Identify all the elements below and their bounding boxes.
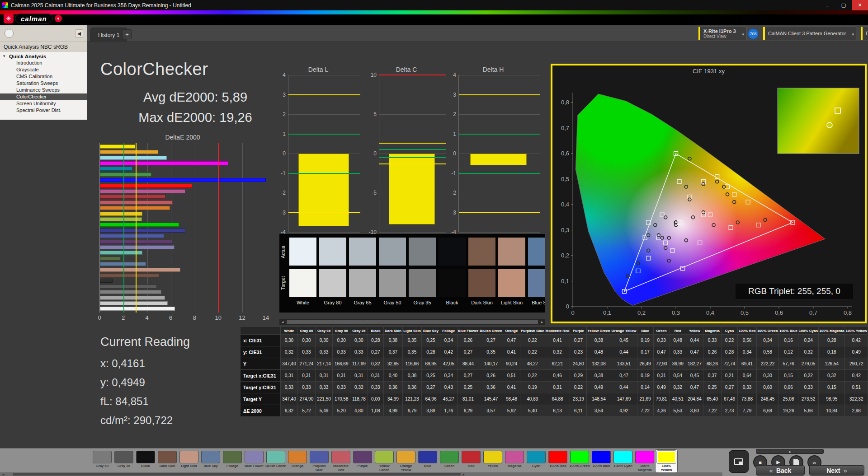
table-cell: 0,28 (819, 335, 845, 346)
scrollbar-thumb[interactable] (13, 473, 461, 476)
meter-dropdown[interactable]: X-Rite i1Pro 3 Direct View ▾ (698, 27, 746, 40)
x-axis-tick-label: 8 (193, 314, 196, 321)
pattern-swatch-yellow[interactable]: Yellow (482, 450, 504, 472)
pattern-swatch-gray-50[interactable]: Gray 50 (91, 450, 113, 472)
target-row-label: Target (280, 269, 288, 297)
pattern-swatch-light-skin[interactable]: Light Skin (178, 450, 200, 472)
table-cell: 90,24 (503, 358, 520, 370)
pattern-swatch-green[interactable]: Green (439, 450, 460, 472)
pattern-swatch-cyan[interactable]: Cyan (525, 450, 547, 472)
svg-text:0,1: 0,1 (561, 278, 569, 285)
sidebar-item-grayscale[interactable]: Grayscale (0, 66, 87, 73)
pattern-swatch-black[interactable]: Black (135, 450, 156, 472)
sidebar-item-colorchecker[interactable]: ColorChecker (0, 93, 87, 100)
pattern-swatch-orange-yellow[interactable]: Orange Yellow (395, 450, 417, 472)
pattern-swatch-purplish-blue[interactable]: Purplish Blue (308, 450, 330, 472)
pattern-generator-name: CalMAN Client 3 Pattern Generator (768, 31, 849, 36)
table-cell: 0,33 (798, 382, 818, 393)
pattern-swatch-yellow-green[interactable]: Yellow Green (373, 450, 395, 472)
pattern-swatches: Gray 50Gray 35BlackDark SkinLight SkinBl… (91, 450, 677, 472)
table-col-header-moderate-red: Moderate Red (545, 327, 570, 335)
reference-line (218, 143, 219, 313)
workflow-menu-button[interactable] (5, 29, 14, 38)
pattern-swatch-gray-35[interactable]: Gray 35 (113, 450, 135, 472)
pattern-swatch-color (592, 451, 611, 463)
sidebar-item-saturation-sweeps[interactable]: Saturation Sweeps (0, 80, 87, 87)
pattern-swatch-purple[interactable]: Purple (352, 450, 373, 472)
swatch-compare-scrollbar[interactable]: ◄ ► (279, 319, 545, 325)
sidebar-item-cms-calibration[interactable]: CMS Calibration (0, 73, 87, 80)
pattern-swatch-blue-sky[interactable]: Blue Sky (200, 450, 222, 472)
table-row--e-2000: ΔE 20006,325,725,495,204,801,084,996,793… (241, 405, 868, 417)
scroll-right-icon[interactable]: ► (461, 473, 467, 476)
y-axis-tick-label: -3 (451, 210, 456, 216)
pattern-generator-dropdown[interactable]: CalMAN Client 3 Pattern Generator ▾ (763, 27, 856, 40)
sidebar-item-introduction[interactable]: Introduction (0, 60, 87, 66)
add-tab-button[interactable]: + (122, 29, 132, 39)
pattern-window-button[interactable] (729, 450, 749, 473)
table-col-header-foliage: Foliage (440, 327, 457, 335)
next-button[interactable]: Next » (809, 465, 864, 476)
table-row-y: Y347,40271,24217,14166,69117,690,3232,85… (241, 358, 868, 370)
table-col-header-orange: Orange (503, 327, 520, 335)
pattern-swatch-100-magenta[interactable]: 100% Magenta (634, 450, 656, 472)
table-cell: 88,44 (457, 358, 479, 370)
y-axis-tick-label: 4 (453, 72, 456, 78)
pattern-swatch-100-cyan[interactable]: 100% Cyan (612, 450, 634, 472)
svg-text:0,1: 0,1 (603, 309, 611, 316)
sidebar-item-luminance-sweeps[interactable]: Luminance Sweeps (0, 87, 87, 93)
collapse-sidebar-button[interactable]: ◀ (75, 29, 83, 37)
collapse-up-button[interactable]: ▲ (756, 449, 824, 454)
pattern-swatch-moderate-red[interactable]: Moderate Red (330, 450, 352, 472)
close-button[interactable]: ✕ (852, 0, 868, 10)
pattern-swatch-foliage[interactable]: Foliage (222, 450, 243, 472)
logo-menu-button[interactable]: ▾ (55, 15, 62, 22)
table-col-header-bluish-green: Bluish Green (479, 327, 503, 335)
sidebar-root-quick-analysis[interactable]: Quick Analysis (0, 53, 87, 60)
table-cell: 0,28 (368, 335, 383, 346)
pattern-swatch-100-green[interactable]: 100% Green (569, 450, 590, 472)
actual-swatch-gray-80 (319, 238, 346, 266)
back-button[interactable]: « Back (756, 465, 805, 476)
table-cell: 217,14 (315, 358, 333, 370)
pattern-swatch-dark-skin[interactable]: Dark Skin (156, 450, 178, 472)
pattern-swatch-color (353, 451, 372, 463)
svg-text:0,5: 0,5 (561, 176, 569, 182)
sidebar-item-screen-uniformity[interactable]: Screen Uniformity (0, 100, 87, 107)
scrollbar-thumb[interactable] (287, 320, 538, 324)
pattern-swatch-orange[interactable]: Orange (287, 450, 308, 472)
scroll-right-icon[interactable]: ► (539, 320, 545, 324)
table-cell: 0,37 (384, 346, 403, 358)
deltae-bar-row (100, 177, 266, 182)
table-cell: 0,38 (587, 370, 611, 382)
pattern-swatch-color (93, 451, 112, 463)
pattern-swatch-100-blue[interactable]: 100% Blue (590, 450, 612, 472)
pattern-swatch-blue[interactable]: Blue (417, 450, 439, 472)
scroll-left-icon[interactable]: ◄ (279, 320, 286, 324)
pattern-swatch-100-red[interactable]: 100% Red (547, 450, 569, 472)
pattern-bar-scrollbar[interactable]: ◄ ► (0, 472, 722, 476)
table-col-header-light-skin: Light Skin (402, 327, 421, 335)
pattern-swatch-color (505, 451, 524, 463)
stop-icon: ■ (759, 460, 762, 465)
actual-swatch-white (289, 238, 316, 266)
pattern-swatch-color (266, 451, 285, 463)
pattern-swatch-100-yellow[interactable]: 100% Yellow (656, 450, 677, 472)
pattern-swatch-red[interactable]: Red (460, 450, 482, 472)
deltae-bar-row (100, 256, 266, 261)
pattern-swatch-bluish-green[interactable]: Bluish Green (265, 450, 287, 472)
table-cell: 6,13 (545, 405, 570, 417)
pattern-swatch-label: Yellow Green (374, 464, 395, 472)
pattern-swatch-label: Moderate Red (330, 464, 352, 472)
table-cell: 42,05 (440, 358, 457, 370)
sidebar-item-spectral-power-dist-[interactable]: Spectral Power Dist. (0, 107, 87, 114)
svg-text:0,7: 0,7 (809, 309, 817, 316)
pattern-swatch-magenta[interactable]: Magenta (504, 450, 525, 472)
minimize-button[interactable]: – (819, 0, 835, 10)
maximize-button[interactable]: ▢ (835, 0, 852, 10)
pattern-swatch-blue-flower[interactable]: Blue Flower (243, 450, 265, 472)
target-swatch-white (289, 269, 316, 297)
scroll-left-icon[interactable]: ◄ (0, 473, 6, 476)
table-cell: 7,22 (637, 405, 653, 417)
display-control-dropdown[interactable]: Direct Display Control ▾ (861, 27, 868, 40)
